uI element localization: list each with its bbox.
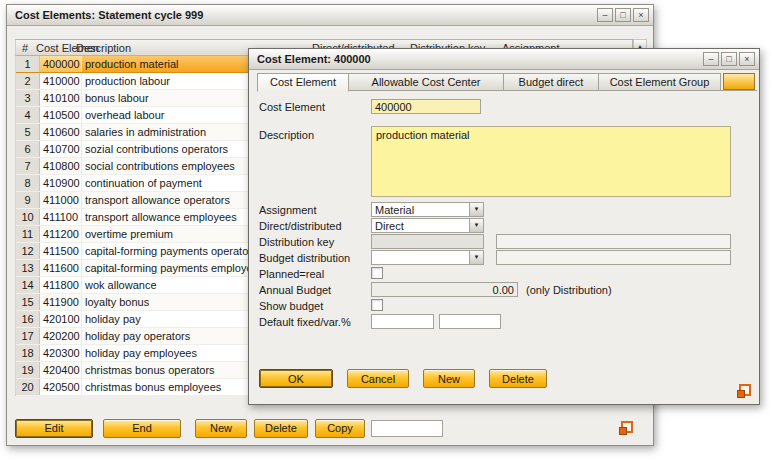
cost-element-code-cell: 420100 <box>40 311 82 327</box>
row-number: 11 <box>16 226 40 242</box>
cost-element-code-cell: 420500 <box>40 379 82 395</box>
row-number: 2 <box>16 73 40 89</box>
col-header-number: # <box>22 42 28 54</box>
default-fixed-field[interactable] <box>371 314 434 329</box>
cost-element-code-cell: 410600 <box>40 124 82 140</box>
maximize-icon[interactable]: □ <box>615 8 631 22</box>
assignment-label: Assignment <box>259 204 316 216</box>
default-fixed-var-label: Default fixed/var.% <box>259 316 351 328</box>
row-number: 8 <box>16 175 40 191</box>
distribution-key-label: Distribution key <box>259 236 334 248</box>
direct-distributed-label: Direct/distributed <box>259 220 342 232</box>
row-number: 20 <box>16 379 40 395</box>
row-number: 14 <box>16 277 40 293</box>
show-budget-checkbox[interactable] <box>371 299 383 311</box>
new-button[interactable]: New <box>195 419 247 438</box>
cost-element-code-cell: 411200 <box>40 226 82 242</box>
direct-distributed-value: Direct <box>372 219 469 232</box>
budget-distribution-select[interactable]: ▼ <box>371 250 484 265</box>
direct-distributed-select[interactable]: Direct ▼ <box>371 218 484 233</box>
row-number: 10 <box>16 209 40 225</box>
cost-element-label: Cost Element <box>259 101 325 113</box>
row-number: 3 <box>16 90 40 106</box>
budget-distribution-description-field <box>496 250 731 265</box>
cost-element-code-cell: 410800 <box>40 158 82 174</box>
row-number: 18 <box>16 345 40 361</box>
close-icon[interactable]: × <box>633 8 649 22</box>
description-label: Description <box>259 129 314 141</box>
cost-element-code-cell: 410700 <box>40 141 82 157</box>
row-number: 12 <box>16 243 40 259</box>
planned-real-checkbox[interactable] <box>371 267 383 279</box>
cost-element-code-cell: 411000 <box>40 192 82 208</box>
chevron-down-icon[interactable]: ▼ <box>469 203 483 216</box>
assignment-value: Material <box>372 203 469 216</box>
distribution-key-description-field <box>496 234 731 249</box>
cost-element-code-cell: 411800 <box>40 277 82 293</box>
annual-budget-note: (only Distribution) <box>526 284 612 296</box>
cost-element-code-cell: 420200 <box>40 328 82 344</box>
copy-button[interactable]: Copy <box>315 419 365 438</box>
main-footer: Edit End New Delete Copy <box>15 417 645 439</box>
cost-element-code-cell: 411600 <box>40 260 82 276</box>
row-number: 16 <box>16 311 40 327</box>
cost-element-code-cell: 420300 <box>40 345 82 361</box>
grid-expand-icon[interactable] <box>619 421 633 435</box>
main-titlebar[interactable]: Cost Elements: Statement cycle 999 – □ × <box>7 5 653 26</box>
cancel-button[interactable]: Cancel <box>347 369 409 388</box>
grid-expand-icon[interactable] <box>737 384 751 398</box>
col-header-description: Description <box>76 42 131 54</box>
default-var-field[interactable] <box>439 314 501 329</box>
cost-element-code-cell: 410500 <box>40 107 82 123</box>
cost-element-code-cell: 410000 <box>40 73 82 89</box>
chevron-down-icon[interactable]: ▼ <box>469 251 483 264</box>
delete-button[interactable]: Delete <box>254 419 308 438</box>
cost-element-field[interactable]: 400000 <box>371 99 481 114</box>
row-number: 19 <box>16 362 40 378</box>
cost-element-form: Cost Element 400000 Description producti… <box>249 49 759 404</box>
cost-element-code-cell: 411900 <box>40 294 82 310</box>
end-button[interactable]: End <box>103 419 181 438</box>
footer-input[interactable] <box>371 420 443 437</box>
cost-element-dialog: Cost Element: 400000 – □ × Cost Element … <box>248 48 760 405</box>
annual-budget-label: Annual Budget <box>259 284 331 296</box>
row-number: 1 <box>16 56 40 72</box>
distribution-key-field <box>371 234 484 249</box>
planned-real-label: Planned=real <box>259 268 324 280</box>
cost-element-code-cell: 411100 <box>40 209 82 225</box>
main-window-title: Cost Elements: Statement cycle 999 <box>15 9 597 21</box>
edit-button[interactable]: Edit <box>15 419 93 438</box>
delete-button[interactable]: Delete <box>489 369 547 388</box>
budget-distribution-value <box>372 251 469 264</box>
cost-element-code-cell: 411500 <box>40 243 82 259</box>
window-controls: – □ × <box>597 8 649 22</box>
row-number: 15 <box>16 294 40 310</box>
budget-distribution-label: Budget distribution <box>259 252 350 264</box>
row-number: 13 <box>16 260 40 276</box>
minimize-icon[interactable]: – <box>597 8 613 22</box>
new-button[interactable]: New <box>423 369 475 388</box>
description-field[interactable]: production material <box>371 126 731 197</box>
chevron-down-icon[interactable]: ▼ <box>469 219 483 232</box>
row-number: 5 <box>16 124 40 140</box>
row-number: 9 <box>16 192 40 208</box>
annual-budget-field[interactable]: 0.00 <box>371 282 518 297</box>
row-number: 7 <box>16 158 40 174</box>
dialog-buttons: OK Cancel New Delete <box>259 369 547 388</box>
row-number: 4 <box>16 107 40 123</box>
show-budget-label: Show budget <box>259 300 323 312</box>
assignment-select[interactable]: Material ▼ <box>371 202 484 217</box>
cost-element-code-cell: 400000 <box>40 56 82 72</box>
row-number: 17 <box>16 328 40 344</box>
ok-button[interactable]: OK <box>259 369 333 388</box>
cost-element-code-cell: 410100 <box>40 90 82 106</box>
cost-element-code-cell: 420400 <box>40 362 82 378</box>
row-number: 6 <box>16 141 40 157</box>
cost-element-code-cell: 410900 <box>40 175 82 191</box>
